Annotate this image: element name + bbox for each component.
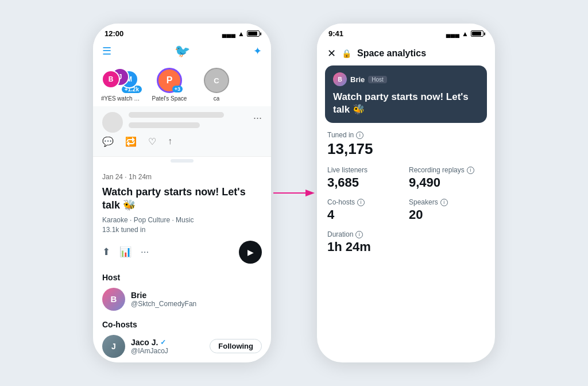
- lock-icon: 🔒: [342, 49, 351, 58]
- space-avatar-3: C: [204, 68, 229, 93]
- signal-icon-right: ▄▄▄: [446, 30, 459, 37]
- feed-line-2: [129, 122, 200, 128]
- wifi-icon-right: ▲: [462, 30, 469, 38]
- space-title: Watch party starts now! Let's talk 🐝: [102, 186, 262, 213]
- cohost-name-1: Jaco J. ✓: [131, 338, 204, 347]
- time-left: 12:00: [105, 29, 123, 38]
- play-button[interactable]: ▶: [239, 241, 262, 264]
- space-item-3[interactable]: C ca: [196, 68, 237, 102]
- cohosts-value: 4: [327, 207, 403, 222]
- following-button-1[interactable]: Following: [210, 339, 262, 353]
- stat-live-listeners: Live listeners 3,685: [327, 166, 403, 190]
- card-host-avatar: B: [333, 72, 347, 86]
- time-right: 9:41: [328, 29, 343, 38]
- analytics-card-host: B Brie Host: [333, 72, 479, 86]
- status-icons-left: ▄▄▄ ▲: [222, 30, 260, 38]
- feed-line-1: [129, 112, 224, 118]
- hamburger-icon[interactable]: ☰: [102, 45, 111, 57]
- feed-area: ··· 💬 🔁 ♡ ↑: [93, 106, 271, 157]
- duration-value: 1h 24m: [327, 240, 485, 254]
- space-card: Jan 24 · 1h 24m Watch party starts now! …: [93, 165, 271, 362]
- recording-replays-info-icon: i: [467, 167, 474, 174]
- host-row: B Brie @Sktch_ComedyFan: [102, 288, 262, 311]
- host-info: Brie @Sktch_ComedyFan: [131, 291, 196, 308]
- duration-info-icon: i: [355, 231, 363, 238]
- spaces-row: B J M +1.2k #YES watch party starts... P…: [93, 63, 271, 106]
- avatar-1: B: [102, 70, 120, 88]
- cohosts-section-label: Co-hosts: [102, 320, 262, 329]
- left-phone: 12:00 ▄▄▄ ▲ ☰ 🐦 ✦ B J M +1.2k: [93, 24, 271, 362]
- analytics-title: Space analytics: [357, 48, 426, 59]
- verified-icon-1: ✓: [160, 338, 166, 346]
- speakers-info-icon: i: [440, 199, 448, 206]
- twitter-header: ☰ 🐦 ✦: [93, 41, 271, 63]
- stat-tuned-in: Tuned in i 13,175: [327, 131, 485, 158]
- host-avatar: B: [102, 288, 125, 311]
- card-host-name: Brie: [350, 75, 365, 84]
- cohost-row-1: J Jaco J. ✓ @IAmJacoJ Following: [102, 335, 262, 358]
- cohost-handle-1: @IAmJacoJ: [131, 347, 204, 355]
- space-label-1: #YES watch party starts...: [101, 95, 142, 102]
- analytics-body: Tuned in i 13,175 Live listeners 3,685 R…: [317, 131, 495, 254]
- space-avatars-1: B J M +1.2k: [102, 68, 142, 93]
- battery-icon: [247, 30, 260, 37]
- stats-grid: Live listeners 3,685 Recording replays i…: [327, 166, 485, 222]
- space-count-2: +3: [172, 86, 183, 92]
- host-name: Brie: [131, 291, 196, 300]
- cohosts-stat-label: Co-hosts i: [327, 198, 403, 206]
- analytics-card: B Brie Host Watch party starts now! Let'…: [325, 65, 487, 123]
- speakers-value: 20: [409, 207, 485, 222]
- tuned-in-info-icon: i: [356, 132, 363, 139]
- space-tuned: 13.1k tuned in: [102, 226, 262, 234]
- cohost-info-1: Jaco J. ✓ @IAmJacoJ: [131, 338, 204, 355]
- cohost-avatar-1: J: [102, 335, 125, 358]
- space-label-2: Patel's Space: [152, 95, 187, 102]
- duration-label: Duration i: [327, 230, 485, 238]
- feed-actions: 💬 🔁 ♡ ↑: [102, 133, 262, 150]
- share-toolbar-icon[interactable]: ⬆: [102, 246, 110, 258]
- right-phone: 9:41 ▄▄▄ ▲ ✕ 🔒 Space analytics B Brie Ho…: [317, 24, 495, 362]
- retweet-icon[interactable]: 🔁: [125, 136, 137, 147]
- like-icon[interactable]: ♡: [148, 136, 156, 147]
- stat-speakers: Speakers i 20: [409, 198, 485, 222]
- recording-replays-label: Recording replays i: [409, 166, 485, 174]
- live-listeners-value: 3,685: [327, 175, 403, 190]
- wifi-icon: ▲: [238, 30, 245, 38]
- stat-recording-replays: Recording replays i 9,490: [409, 166, 485, 190]
- cohosts-info-icon: i: [357, 199, 365, 206]
- space-meta: Jan 24 · 1h 24m: [102, 173, 262, 181]
- status-bar-left: 12:00 ▄▄▄ ▲: [93, 24, 271, 41]
- analytics-card-title: Watch party starts now! Let's talk 🐝: [333, 91, 479, 116]
- sparkle-icon[interactable]: ✦: [253, 45, 262, 57]
- space-label-3: ca: [214, 95, 220, 102]
- space-toolbar: ⬆ 📊 ··· ▶: [102, 241, 262, 264]
- tuned-in-value: 13,175: [327, 140, 485, 158]
- status-bar-right: 9:41 ▄▄▄ ▲: [317, 24, 495, 41]
- host-section-label: Host: [102, 273, 262, 282]
- battery-icon-right: [471, 30, 483, 37]
- analytics-header: ✕ 🔒 Space analytics: [317, 41, 495, 65]
- space-item-1[interactable]: B J M +1.2k #YES watch party starts...: [101, 68, 142, 102]
- dots-icon[interactable]: ···: [141, 246, 149, 258]
- drag-handle: [171, 159, 194, 163]
- comment-icon[interactable]: 💬: [102, 136, 114, 147]
- share-icon[interactable]: ↑: [168, 136, 172, 147]
- speakers-label: Speakers i: [409, 198, 485, 206]
- twitter-bird-icon: 🐦: [175, 44, 190, 59]
- host-handle: @Sktch_ComedyFan: [131, 300, 196, 308]
- space-avatar-2: P +3: [157, 68, 182, 93]
- connector-arrow: [271, 182, 317, 204]
- space-item-2[interactable]: P +3 Patel's Space: [149, 68, 189, 102]
- more-options-icon[interactable]: ···: [253, 112, 262, 124]
- stat-duration: Duration i 1h 24m: [327, 230, 485, 254]
- signal-icon: ▄▄▄: [222, 30, 235, 37]
- host-tag: Host: [368, 76, 387, 83]
- tuned-in-label: Tuned in i: [327, 131, 485, 139]
- close-button[interactable]: ✕: [327, 47, 336, 60]
- stat-cohosts: Co-hosts i 4: [327, 198, 403, 222]
- recording-replays-value: 9,490: [409, 175, 485, 190]
- chart-icon[interactable]: 📊: [119, 246, 131, 258]
- live-listeners-label: Live listeners: [327, 166, 403, 174]
- space-tags: Karaoke · Pop Culture · Music: [102, 216, 262, 224]
- status-icons-right: ▄▄▄ ▲: [446, 30, 483, 38]
